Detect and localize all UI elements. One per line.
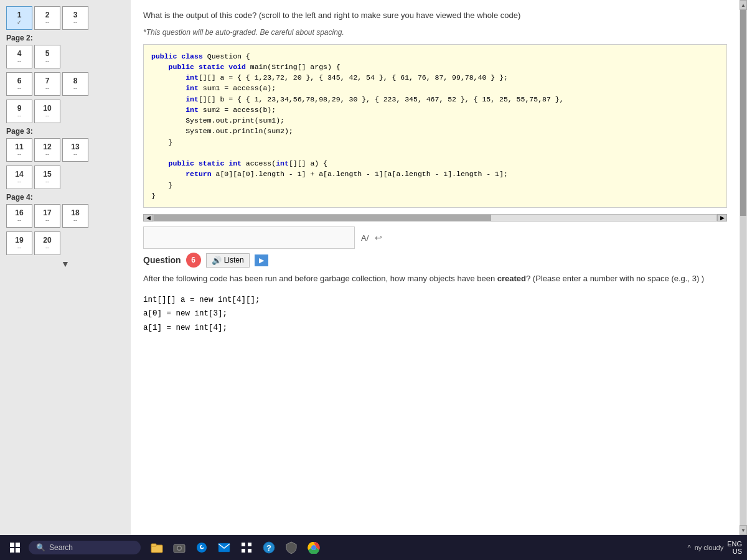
locale-us: US	[727, 548, 742, 555]
question-btn-7[interactable]: 7 --	[34, 72, 60, 96]
chevron-up-icon[interactable]: ^	[688, 544, 691, 551]
question2-title: Question	[143, 255, 181, 265]
start-button[interactable]	[5, 538, 25, 558]
shield-icon[interactable]	[281, 538, 301, 558]
code-line-1: int[][] a = new int[4][];	[143, 293, 727, 307]
speaker-icon: 🔊	[212, 256, 222, 265]
apps-grid-icon[interactable]	[237, 538, 256, 558]
locale-eng: ENG	[727, 540, 742, 548]
chrome-icon[interactable]	[304, 538, 324, 558]
page2-questions-row3: 9 -- 10 --	[6, 100, 125, 123]
scroll-thumb-h	[154, 215, 491, 221]
scroll-track-v[interactable]	[740, 10, 746, 525]
system-clock: ENG US	[727, 540, 742, 555]
question-btn-18[interactable]: 18 --	[62, 204, 88, 228]
scroll-up-btn[interactable]: ▲	[740, 0, 747, 10]
question-btn-14[interactable]: 14 --	[6, 166, 32, 189]
listen-label: Listen	[224, 256, 244, 264]
svg-text:?: ?	[266, 543, 271, 553]
question-btn-6[interactable]: 6 --	[6, 72, 32, 96]
mail-icon[interactable]	[214, 538, 234, 558]
question-btn-3[interactable]: 3 --	[62, 6, 88, 30]
scroll-left-btn[interactable]: ◀	[143, 214, 153, 222]
taskbar: 🔍 Search	[0, 535, 747, 560]
sidebar-scroll-down[interactable]: ▼	[6, 259, 125, 269]
question-btn-5[interactable]: 5 --	[34, 45, 60, 68]
svg-rect-5	[218, 543, 230, 552]
question-mark-icon[interactable]: ?	[259, 538, 279, 558]
question-content: What is the output of this code? (scroll…	[131, 0, 740, 535]
code-line-3: a[1] = new int[4];	[143, 321, 727, 335]
page3-label: Page 3:	[6, 127, 125, 136]
system-tray: ^	[688, 544, 691, 551]
svg-rect-7	[248, 543, 251, 546]
question2-title-section: Question 6 🔊 Listen ▶	[143, 253, 727, 268]
file-explorer-icon[interactable]	[147, 538, 167, 558]
question-btn-15[interactable]: 15 --	[34, 166, 60, 189]
q2-num: 2	[45, 11, 50, 19]
question-btn-20[interactable]: 20 --	[34, 231, 60, 255]
taskbar-right-area: ^ ny cloudy ENG US	[688, 540, 743, 555]
auto-grade-note: *This question will be auto-graded. Be c…	[143, 28, 727, 37]
camera-icon[interactable]	[169, 538, 189, 558]
search-icon: 🔍	[36, 543, 45, 552]
question-instruction: What is the output of this code? (scroll…	[143, 9, 727, 22]
question-btn-2[interactable]: 2 --	[34, 6, 60, 30]
page3-questions-row1: 11 -- 12 -- 13 --	[6, 138, 125, 162]
code-lines-q2: int[][] a = new int[4][]; a[0] = new int…	[143, 293, 727, 335]
question-btn-16[interactable]: 16 --	[6, 204, 32, 228]
q3-num: 3	[73, 11, 78, 19]
question-btn-17[interactable]: 17 --	[34, 204, 60, 228]
svg-point-4	[178, 547, 181, 550]
question2-body: After the following code has been run an…	[143, 273, 727, 286]
page3-questions-row2: 14 -- 15 --	[6, 166, 125, 189]
search-label: Search	[49, 543, 73, 552]
scroll-right-btn[interactable]: ▶	[717, 214, 727, 222]
page2-label: Page 2:	[6, 34, 125, 42]
play-button[interactable]: ▶	[255, 254, 268, 266]
svg-rect-8	[242, 549, 245, 553]
page2-questions-row2: 6 -- 7 -- 8 --	[6, 72, 125, 96]
weather-text: ny cloudy	[695, 544, 723, 551]
edge-browser-icon[interactable]	[192, 538, 212, 558]
svg-rect-1	[151, 544, 156, 546]
page2-questions-row1: 4 -- 5 --	[6, 45, 125, 68]
weather-display: ny cloudy	[695, 544, 723, 551]
code-line-2: a[0] = new int[3];	[143, 307, 727, 321]
page4-questions-row1: 16 -- 17 -- 18 --	[6, 204, 125, 228]
question-btn-13[interactable]: 13 --	[62, 138, 88, 162]
search-bar[interactable]: 🔍 Search	[29, 541, 141, 554]
question-number-badge: 6	[186, 253, 201, 268]
scroll-track-h[interactable]	[153, 214, 717, 222]
svg-point-14	[312, 546, 316, 549]
page4-label: Page 4:	[6, 193, 125, 202]
redo-icon[interactable]: ↩	[375, 233, 382, 243]
question-btn-8[interactable]: 8 --	[62, 72, 88, 96]
question-btn-12[interactable]: 12 --	[34, 138, 60, 162]
answer-input[interactable]	[143, 226, 355, 249]
q1-num: 1	[17, 11, 22, 19]
horizontal-scrollbar: ◀ ▶	[143, 214, 727, 222]
page4-questions-row2: 19 -- 20 --	[6, 231, 125, 255]
q1-check: ✓	[17, 19, 22, 26]
question-btn-4[interactable]: 4 --	[6, 45, 32, 68]
listen-button[interactable]: 🔊 Listen	[206, 253, 250, 268]
q3-score: --	[73, 19, 77, 26]
question-btn-19[interactable]: 19 --	[6, 231, 32, 255]
question-navigation: 1 ✓ 2 -- 3 -- Page 2: 4 -- 5 --	[0, 0, 131, 535]
question-btn-1[interactable]: 1 ✓	[6, 6, 32, 30]
scroll-thumb-v	[740, 10, 746, 216]
svg-rect-9	[248, 549, 251, 553]
q2-score: --	[45, 19, 49, 26]
code-block-1: public class Question { public static vo…	[143, 44, 727, 208]
scroll-down-btn[interactable]: ▼	[740, 525, 747, 535]
answer-redo-label: A/	[361, 233, 369, 243]
question-btn-9[interactable]: 9 --	[6, 100, 32, 123]
page1-questions: 1 ✓ 2 -- 3 --	[6, 6, 125, 30]
question-btn-11[interactable]: 11 --	[6, 138, 32, 162]
svg-rect-6	[242, 543, 245, 546]
taskbar-pinned-apps: ?	[147, 538, 324, 558]
question-btn-10[interactable]: 10 --	[34, 100, 60, 123]
vertical-scrollbar: ▲ ▼	[740, 0, 747, 535]
windows-logo-icon	[10, 543, 20, 553]
